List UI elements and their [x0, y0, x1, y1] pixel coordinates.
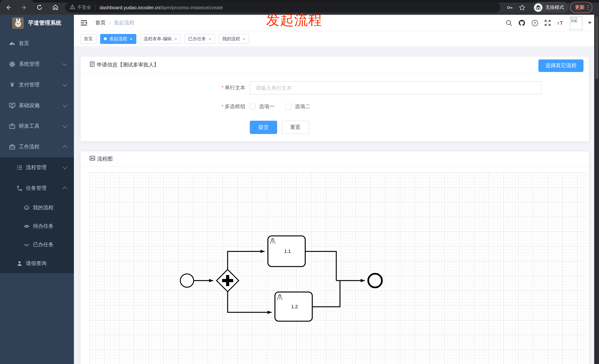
- active-tab-dot: [104, 37, 107, 40]
- toolbox-icon: [9, 123, 16, 130]
- form-row-checkbox: *多选框组 选项一 选项二: [214, 103, 589, 110]
- page-scrollbar[interactable]: [594, 15, 599, 364]
- chevron-down-icon: [62, 61, 67, 66]
- tab-done-tasks[interactable]: 已办任务×: [185, 34, 215, 44]
- sidebar-item-label: 工作流程: [19, 144, 40, 150]
- forward-icon[interactable]: [21, 4, 27, 11]
- briefcase-icon: [9, 144, 16, 150]
- help-icon[interactable]: ?: [531, 19, 538, 26]
- tab-process-form-edit[interactable]: 流程表单-编辑×: [140, 34, 181, 44]
- sidebar-item-label: 我的流程: [33, 204, 53, 211]
- close-icon[interactable]: ×: [208, 36, 211, 41]
- page-content: 申请信息【测试多审批人】 选择其它流程 *单行文本 *多选框组 选项一: [74, 46, 599, 364]
- submit-button[interactable]: 提交: [250, 121, 277, 134]
- avatar[interactable]: [570, 16, 582, 30]
- document-icon: [89, 61, 95, 68]
- sidebar-item-home[interactable]: 首页: [0, 33, 74, 54]
- sidebar-item-infra[interactable]: 基础设施: [0, 95, 74, 116]
- task-label: 1.2: [291, 304, 298, 309]
- required-asterisk: *: [221, 103, 224, 109]
- active-browser-tab[interactable]: [1, 0, 33, 3]
- image-icon: [89, 155, 95, 162]
- chevron-up-icon: [62, 145, 67, 150]
- sidebar-item-workflow[interactable]: 工作流程: [0, 137, 74, 157]
- sidebar-item-leave-query[interactable]: 请假查询: [0, 254, 74, 273]
- tab-home[interactable]: 首页: [80, 34, 97, 44]
- app-title: 芋道管理系统: [28, 19, 61, 26]
- breadcrumb-home[interactable]: 首页: [95, 20, 106, 26]
- checkbox-option-2[interactable]: 选项二: [286, 103, 310, 110]
- sidebar-item-label: 请假查询: [26, 260, 47, 267]
- star-icon[interactable]: [519, 4, 526, 11]
- field-label: *多选框组: [214, 103, 245, 110]
- chevron-up-icon: [62, 187, 67, 191]
- github-icon[interactable]: [518, 19, 526, 26]
- bpmn-start-event: [180, 274, 194, 287]
- choose-other-process-button[interactable]: 选择其它流程: [538, 59, 583, 72]
- sidebar-item-done-tasks[interactable]: 已办任务: [0, 236, 74, 254]
- close-icon[interactable]: ×: [243, 36, 246, 41]
- app-header: 首页 / 发起流程 ?: [74, 15, 599, 31]
- screenshot-stage: 不安全 dashboard.yudao.iocoder.cn/bpm/proce…: [0, 0, 599, 364]
- task-label: 1.1: [284, 248, 291, 254]
- apply-info-card: 申请信息【测试多审批人】 选择其它流程 *单行文本 *多选框组 选项一: [80, 56, 589, 142]
- collapse-sidebar-icon[interactable]: [80, 19, 88, 26]
- chevron-down-icon: [62, 123, 67, 128]
- key-icon[interactable]: [507, 4, 513, 11]
- workflow-submenu: 流程管理 任务管理 我的流程: [0, 157, 74, 273]
- monitor-icon: [9, 102, 16, 109]
- card-title: 流程图: [97, 156, 113, 162]
- scrollbar-thumb[interactable]: [595, 16, 598, 79]
- sidebar-item-payment[interactable]: ¥ 支付管理: [0, 75, 74, 95]
- sidebar-item-todo-tasks[interactable]: 待办任务: [0, 217, 74, 236]
- font-size-icon[interactable]: TT: [557, 19, 564, 26]
- app-logo-row: 芋道管理系统: [0, 15, 74, 31]
- branch-icon: [17, 185, 23, 191]
- home-icon[interactable]: [52, 4, 59, 11]
- card-title: 申请信息【测试多审批人】: [97, 61, 159, 68]
- gear-icon: [9, 61, 16, 68]
- sidebar-item-task-mgmt[interactable]: 任务管理: [0, 178, 74, 199]
- sidebar-item-label: 已办任务: [33, 241, 53, 248]
- sidebar-item-label: 首页: [19, 40, 29, 47]
- sidebar-item-my-process[interactable]: 我的流程: [0, 199, 74, 217]
- incognito-icon: [534, 3, 542, 12]
- tab-my-process[interactable]: 我的流程×: [219, 34, 249, 44]
- bpmn-end-event: [368, 274, 382, 288]
- fullscreen-icon[interactable]: [544, 19, 551, 26]
- reset-button[interactable]: 重置: [282, 121, 309, 134]
- checkbox-option-1[interactable]: 选项一: [250, 103, 274, 110]
- eye-open-icon: [24, 223, 30, 229]
- single-line-text-input[interactable]: [250, 81, 542, 94]
- breadcrumb: 首页 / 发起流程: [95, 20, 134, 26]
- more-menu-icon[interactable]: [588, 5, 589, 10]
- eye-closed-icon: [24, 242, 30, 248]
- back-icon[interactable]: [5, 4, 11, 11]
- sidebar-item-label: 支付管理: [19, 82, 40, 88]
- sidebar-item-process-mgmt[interactable]: 流程管理: [0, 157, 74, 178]
- checkbox-icon[interactable]: [250, 104, 256, 110]
- yen-icon: ¥: [9, 82, 16, 88]
- chevron-down-icon: [62, 165, 67, 169]
- annotation-title: 发起流程: [266, 11, 322, 30]
- flow-task1-elbow: [305, 251, 336, 280]
- flow-task2-elbow: [312, 280, 340, 307]
- breadcrumb-separator: /: [109, 20, 110, 26]
- question-glyph: ?: [534, 21, 536, 25]
- browser-menu-update-button[interactable]: 更新: [570, 2, 592, 13]
- chevron-down-icon: [62, 82, 67, 87]
- tab-start-process[interactable]: 发起流程×: [100, 34, 136, 44]
- warning-icon: [70, 4, 75, 11]
- checkbox-icon[interactable]: [286, 104, 291, 110]
- broken-image-icon: [571, 17, 578, 24]
- svg-text:T: T: [557, 22, 559, 25]
- close-icon[interactable]: ×: [130, 36, 132, 41]
- bpmn-user-task-2: 1.2: [275, 292, 312, 321]
- reload-icon[interactable]: [36, 4, 43, 11]
- close-icon[interactable]: ×: [174, 36, 177, 41]
- search-icon[interactable]: [505, 19, 512, 26]
- sidebar-item-system[interactable]: 系统管理: [0, 54, 74, 75]
- avatar-dropdown-caret[interactable]: [588, 22, 592, 24]
- sidebar-item-label: 系统管理: [19, 61, 40, 68]
- sidebar-item-devtools[interactable]: 研发工具: [0, 116, 74, 137]
